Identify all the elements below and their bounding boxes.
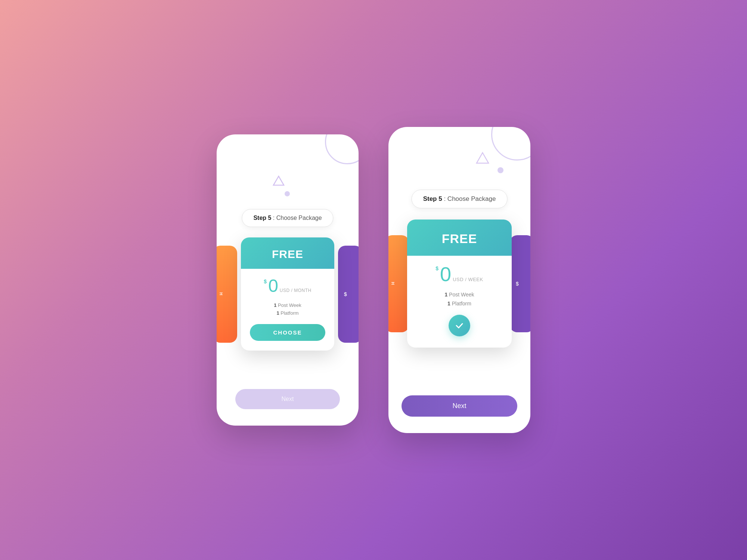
package-card-left: FREE $ 0 USD / MONTH 1 Post Week 1 Platf…	[241, 237, 334, 351]
deco-triangle-left	[272, 175, 285, 188]
price-amount-left: 0	[268, 277, 278, 295]
svg-marker-1	[477, 153, 489, 163]
peek-card-purple-left: $	[338, 246, 359, 343]
package-card-right: FREE $ 0 USD / WEEK 1 Post Week 1 Platfo…	[407, 220, 512, 348]
svg-marker-0	[273, 176, 284, 185]
peek-right-text: $	[344, 291, 347, 297]
deco-triangle-right	[475, 151, 490, 166]
price-period-left: USD / MONTH	[280, 288, 311, 293]
price-amount-right: 0	[440, 264, 451, 284]
check-icon	[455, 321, 464, 330]
right-phone-card: Step 5 : Choose Package H FREE $ 0 USD /…	[388, 127, 530, 433]
carousel-area-right: H FREE $ 0 USD / WEEK 1 Post Week 1 Plat…	[388, 220, 530, 348]
step-label-right: Step 5 : Choose Package	[412, 190, 508, 208]
currency-right: $	[436, 265, 438, 271]
next-button-right[interactable]: Next	[402, 395, 517, 417]
package-body-right: $ 0 USD / WEEK 1 Post Week 1 Platform	[407, 256, 512, 348]
price-row-left: $ 0 USD / MONTH	[250, 277, 325, 295]
carousel-area-left: H FREE $ 0 USD / MONTH 1 Post Week 1 Pla…	[217, 237, 359, 351]
feature-item: 1 Post Week	[416, 292, 503, 298]
next-button-left[interactable]: Next	[235, 389, 340, 409]
deco-circle-large-right	[491, 127, 530, 161]
check-circle	[449, 315, 470, 336]
price-period-right: USD / WEEK	[453, 277, 483, 282]
feature-item: 1 Post Week	[250, 302, 325, 308]
peek-card-orange-right: H	[388, 235, 409, 332]
features-list-left: 1 Post Week 1 Platform	[250, 302, 325, 316]
deco-circle-small-left	[285, 191, 290, 196]
package-name-right: FREE	[407, 220, 512, 256]
deco-circle-large-left	[325, 134, 359, 164]
left-phone-card: Step 5 : Choose Package H FREE $ 0 USD /…	[217, 134, 359, 426]
peek-left-text: H	[219, 292, 223, 296]
price-row-right: $ 0 USD / WEEK	[416, 264, 503, 284]
package-body-left: $ 0 USD / MONTH 1 Post Week 1 Platform C…	[241, 269, 334, 351]
peek-right-text-right: $	[516, 281, 519, 287]
feature-item: 1 Platform	[416, 301, 503, 307]
choose-button-left[interactable]: CHOOSE	[250, 324, 325, 341]
package-name-left: FREE	[241, 237, 334, 269]
peek-card-orange: H	[217, 246, 237, 343]
step-label-left: Step 5 : Choose Package	[242, 209, 333, 227]
peek-card-purple-right: $	[510, 235, 530, 332]
features-list-right: 1 Post Week 1 Platform	[416, 292, 503, 307]
deco-circle-small-right	[498, 167, 503, 173]
feature-item: 1 Platform	[250, 310, 325, 316]
peek-left-text-right: H	[391, 282, 395, 285]
currency-left: $	[264, 279, 267, 284]
